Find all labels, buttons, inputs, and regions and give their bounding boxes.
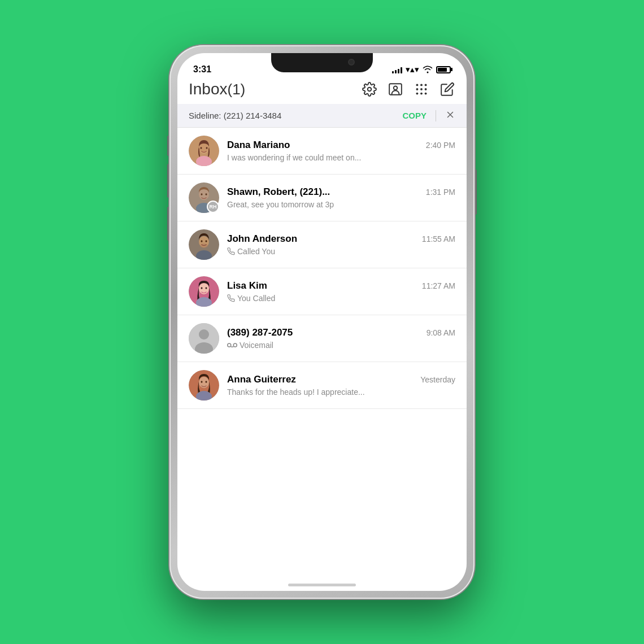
avatar-wrap bbox=[189, 136, 219, 166]
close-button[interactable] bbox=[445, 110, 455, 121]
svg-point-40 bbox=[233, 343, 237, 347]
svg-point-44 bbox=[201, 381, 203, 383]
avatar-anna bbox=[189, 370, 219, 401]
svg-point-39 bbox=[228, 343, 231, 347]
status-time: 3:31 bbox=[193, 64, 211, 75]
message-time: 2:40 PM bbox=[426, 141, 455, 150]
signal-icon bbox=[392, 66, 402, 73]
svg-point-23 bbox=[206, 193, 207, 195]
avatar-lisa bbox=[189, 276, 219, 307]
power-button bbox=[475, 169, 477, 215]
vertical-divider bbox=[436, 110, 436, 121]
settings-icon[interactable] bbox=[362, 81, 377, 97]
message-time: 1:31 PM bbox=[426, 188, 455, 197]
svg-point-0 bbox=[368, 88, 372, 92]
svg-point-3 bbox=[416, 84, 418, 86]
conversation-content: Dana Mariano 2:40 PM I was wondering if … bbox=[227, 140, 455, 162]
sideline-actions: COPY bbox=[402, 110, 455, 121]
voicemail-icon bbox=[227, 341, 237, 349]
message-time: Yesterday bbox=[420, 375, 455, 384]
message-preview: Great, see you tomorrow at 3p bbox=[227, 200, 455, 209]
wifi-icon: ▾▴▾ bbox=[406, 64, 419, 75]
contact-name: Anna Guiterrez bbox=[227, 374, 296, 385]
contact-name: Lisa Kim bbox=[227, 280, 267, 291]
svg-point-18 bbox=[206, 147, 208, 149]
battery-icon bbox=[436, 66, 451, 73]
contact-name: (389) 287-2075 bbox=[227, 327, 293, 338]
message-preview: Thanks for the heads up! I appreciate... bbox=[227, 388, 455, 397]
phone-frame: 3:31 ▾▴▾ bbox=[169, 45, 475, 599]
avatar-unknown bbox=[189, 323, 219, 354]
conversation-content: John Anderson 11:55 AM Called You bbox=[227, 233, 455, 256]
svg-point-37 bbox=[199, 329, 209, 340]
message-time: 9:08 AM bbox=[427, 328, 455, 337]
app-header: Inbox(1) bbox=[177, 78, 467, 104]
phone-screen: 3:31 ▾▴▾ bbox=[177, 53, 467, 591]
contacts-icon[interactable] bbox=[388, 81, 403, 97]
conversation-item-unknown[interactable]: (389) 287-2075 9:08 AM Voicemail bbox=[177, 315, 467, 362]
conversation-content: Anna Guiterrez Yesterday Thanks for the … bbox=[227, 374, 455, 397]
copy-button[interactable]: COPY bbox=[402, 111, 427, 120]
avatar-wrap bbox=[189, 323, 219, 354]
avatar-wrap bbox=[189, 276, 219, 307]
conversation-content: Shawn, Robert, (221)... 1:31 PM Great, s… bbox=[227, 186, 455, 209]
avatar-john bbox=[189, 229, 219, 260]
group-badge: RH bbox=[207, 201, 219, 213]
svg-point-45 bbox=[206, 381, 207, 383]
avatar-wrap bbox=[189, 370, 219, 401]
svg-point-28 bbox=[201, 240, 203, 242]
contact-name: John Anderson bbox=[227, 233, 297, 245]
svg-point-7 bbox=[420, 88, 423, 90]
phone-icon bbox=[227, 294, 235, 302]
conversation-list: Dana Mariano 2:40 PM I was wondering if … bbox=[177, 128, 467, 409]
avatar-dana bbox=[189, 136, 219, 166]
svg-point-2 bbox=[394, 86, 398, 90]
conversation-item-lisa[interactable]: Lisa Kim 11:27 AM You Called bbox=[177, 268, 467, 315]
svg-rect-1 bbox=[389, 84, 402, 95]
svg-point-10 bbox=[420, 93, 423, 95]
svg-point-5 bbox=[425, 84, 427, 86]
conversation-item-dana[interactable]: Dana Mariano 2:40 PM I was wondering if … bbox=[177, 128, 467, 175]
conversation-content: (389) 287-2075 9:08 AM Voicemail bbox=[227, 327, 455, 350]
conversation-content: Lisa Kim 11:27 AM You Called bbox=[227, 280, 455, 303]
page-title: Inbox(1) bbox=[189, 80, 245, 98]
svg-point-6 bbox=[416, 88, 418, 90]
svg-point-4 bbox=[420, 84, 423, 86]
svg-point-22 bbox=[201, 193, 203, 195]
message-time: 11:27 AM bbox=[422, 281, 455, 290]
svg-point-17 bbox=[201, 147, 202, 149]
wifi-icon bbox=[423, 66, 433, 73]
app-background: 3:31 ▾▴▾ bbox=[0, 0, 644, 644]
svg-point-9 bbox=[416, 93, 418, 95]
svg-point-29 bbox=[206, 240, 207, 242]
conversation-item-john[interactable]: John Anderson 11:55 AM Called You bbox=[177, 221, 467, 268]
home-indicator bbox=[288, 584, 356, 586]
conversation-item-shawn[interactable]: RH Shawn, Robert, (221)... 1:31 PM Great… bbox=[177, 175, 467, 221]
front-camera bbox=[348, 59, 355, 66]
contact-name: Shawn, Robert, (221)... bbox=[227, 186, 330, 198]
header-icons bbox=[362, 81, 455, 97]
message-preview: I was wondering if we could meet on... bbox=[227, 153, 455, 162]
avatar-wrap bbox=[189, 229, 219, 260]
call-preview: You Called bbox=[227, 294, 455, 303]
sideline-banner: Sideline: (221) 214-3484 COPY bbox=[177, 104, 467, 128]
svg-point-8 bbox=[425, 88, 427, 90]
contact-name: Dana Mariano bbox=[227, 140, 290, 151]
notch bbox=[271, 53, 373, 72]
conversation-item-anna[interactable]: Anna Guiterrez Yesterday Thanks for the … bbox=[177, 362, 467, 409]
avatar-wrap: RH bbox=[189, 182, 219, 213]
svg-point-33 bbox=[201, 287, 203, 289]
phone-wrapper: 3:31 ▾▴▾ bbox=[169, 45, 475, 599]
svg-point-34 bbox=[206, 287, 207, 289]
status-icons: ▾▴▾ bbox=[392, 64, 451, 75]
voicemail-preview: Voicemail bbox=[227, 341, 455, 350]
call-preview: Called You bbox=[227, 247, 455, 256]
svg-point-11 bbox=[425, 93, 427, 95]
keypad-icon[interactable] bbox=[414, 81, 429, 97]
phone-icon bbox=[227, 247, 235, 255]
sideline-number: Sideline: (221) 214-3484 bbox=[189, 111, 281, 120]
compose-icon[interactable] bbox=[440, 81, 455, 97]
message-time: 11:55 AM bbox=[422, 234, 455, 243]
